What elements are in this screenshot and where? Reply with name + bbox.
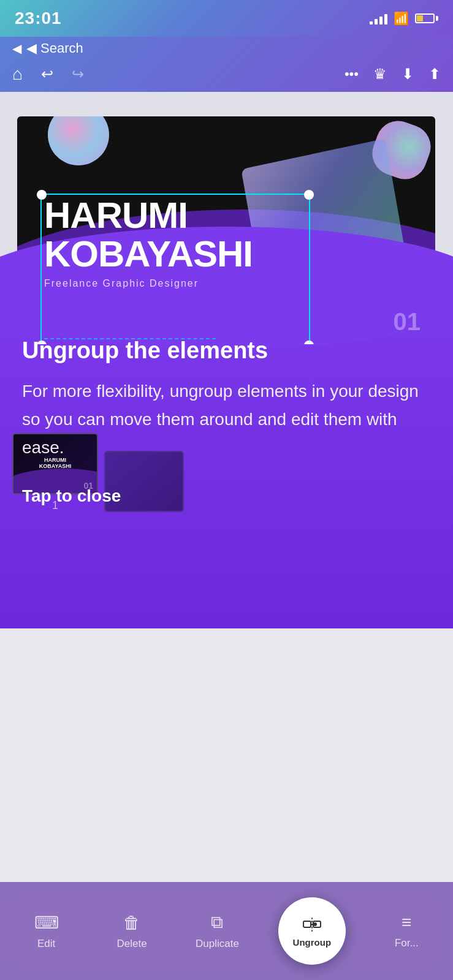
redo-button[interactable]: ↪ (72, 66, 84, 83)
download-button[interactable]: ⬇ (402, 66, 414, 83)
toolbar-row: ⌂ ↩ ↪ ••• ♛ ⬇ ⬆ (12, 56, 441, 92)
format-label: For... (395, 937, 419, 949)
tooltip-title: Ungroup the elements (22, 337, 431, 365)
nav-left-tools: ⌂ ↩ ↪ (12, 64, 84, 84)
page-number: 01 (394, 308, 421, 336)
toolbar-edit[interactable]: ⌨ Edit (22, 913, 71, 950)
duplicate-icon: ⧉ (211, 913, 223, 933)
format-icon: ≡ (402, 913, 411, 932)
toolbar-duplicate[interactable]: ⧉ Duplicate (192, 913, 242, 950)
status-time: 23:01 (15, 9, 62, 28)
nav-bar: ◀ ◀ Search ⌂ ↩ ↪ ••• ♛ ⬇ ⬆ (0, 37, 453, 92)
edit-icon: ⌨ (34, 913, 59, 933)
more-button[interactable]: ••• (345, 66, 359, 82)
holo-sphere-tl (48, 116, 109, 165)
delete-icon: 🗑 (123, 913, 140, 933)
dashed-underline (44, 338, 216, 339)
tooltip-overlay: Ungroup the elements For more flexibilit… (0, 300, 453, 628)
search-back-label[interactable]: ◀ Search (26, 40, 83, 56)
edit-label: Edit (37, 938, 55, 950)
wifi-icon: 📶 (394, 11, 409, 26)
ungroup-icon (302, 915, 322, 935)
card-name-line2: KOBAYASHI (44, 235, 253, 273)
ungroup-fab-label: Ungroup (293, 937, 331, 948)
signal-icon (370, 12, 387, 24)
svg-rect-0 (303, 921, 311, 927)
tooltip-content: Ungroup the elements For more flexibilit… (22, 337, 431, 506)
toolbar-format[interactable]: ≡ For... (382, 913, 431, 949)
svg-point-3 (313, 922, 317, 926)
card-text-area: HARUMI KOBAYASHI Freelance Graphic Desig… (44, 196, 253, 289)
search-back-row[interactable]: ◀ ◀ Search (12, 37, 441, 56)
ungroup-fab[interactable]: Ungroup (278, 897, 346, 965)
battery-icon (415, 13, 438, 23)
card-subtitle: Freelance Graphic Designer (44, 278, 253, 289)
status-bar: 23:01 📶 (0, 0, 453, 37)
app-screen: 23:01 📶 ◀ ◀ Search ⌂ (0, 0, 453, 980)
crown-button[interactable]: ♛ (373, 66, 387, 83)
tooltip-description: For more flexibility, ungroup elements i… (22, 377, 431, 462)
status-icons: 📶 (370, 11, 438, 26)
duplicate-label: Duplicate (196, 938, 239, 950)
undo-button[interactable]: ↩ (41, 66, 53, 83)
home-button[interactable]: ⌂ (12, 64, 23, 84)
nav-right-tools: ••• ♛ ⬇ ⬆ (345, 66, 441, 83)
back-chevron-icon: ◀ (12, 41, 21, 56)
tap-to-close[interactable]: Tap to close (22, 486, 121, 505)
delete-label: Delete (117, 938, 147, 950)
toolbar-delete[interactable]: 🗑 Delete (107, 913, 156, 950)
bottom-toolbar: ⌨ Edit 🗑 Delete ⧉ Duplicate Ungroup ≡ Fo… (0, 882, 453, 980)
share-button[interactable]: ⬆ (428, 66, 441, 83)
card-name-line1: HARUMI (44, 196, 253, 235)
